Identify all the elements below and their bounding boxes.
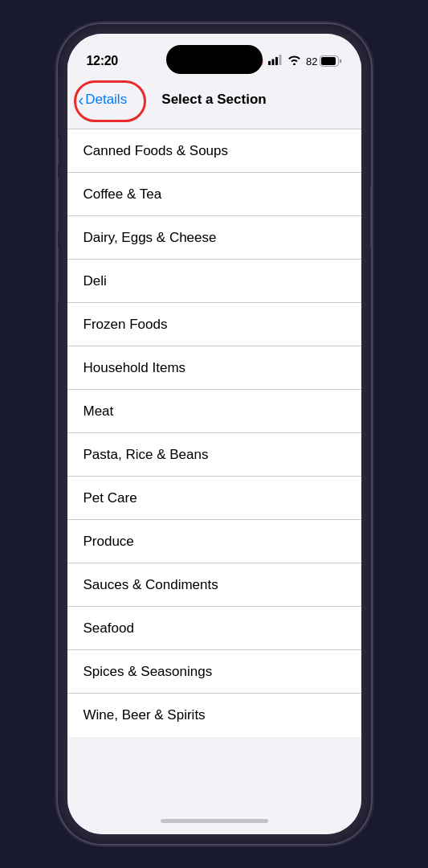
list-item-label-household: Household Items	[84, 360, 186, 376]
back-label[interactable]: Details	[85, 92, 127, 108]
list-item-label-produce: Produce	[84, 534, 134, 550]
svg-rect-2	[275, 57, 278, 65]
status-time: 12:20	[87, 54, 118, 68]
signal-icon	[268, 55, 283, 68]
list-item-label-dairy: Dairy, Eggs & Cheese	[84, 230, 217, 246]
list-item-deli[interactable]: Deli	[67, 260, 361, 303]
list-item-sauces[interactable]: Sauces & Condiments	[67, 563, 361, 607]
home-bar	[161, 819, 268, 823]
list-item-canned-foods[interactable]: Canned Foods & Soups	[67, 129, 361, 173]
list-item-label-deli: Deli	[84, 273, 107, 289]
section-list: Canned Foods & SoupsCoffee & TeaDairy, E…	[67, 129, 361, 737]
list-item-label-frozen-foods: Frozen Foods	[84, 317, 168, 333]
battery-level: 82	[306, 55, 317, 68]
dynamic-island	[166, 45, 263, 74]
list-item-label-seafood: Seafood	[84, 620, 134, 637]
list-item-pasta[interactable]: Pasta, Rice & Beans	[67, 433, 361, 477]
list-item-label-spices: Spices & Seasonings	[84, 664, 213, 680]
list-item-meat[interactable]: Meat	[67, 390, 361, 433]
list-item-wine[interactable]: Wine, Beer & Spirits	[67, 694, 361, 737]
home-indicator	[67, 807, 361, 834]
list-item-label-wine: Wine, Beer & Spirits	[84, 707, 206, 723]
power-button[interactable]	[370, 185, 371, 249]
svg-rect-1	[272, 59, 275, 66]
nav-title: Select a Section	[161, 92, 266, 108]
list-item-frozen-foods[interactable]: Frozen Foods	[67, 303, 361, 346]
list-item-label-sauces: Sauces & Condiments	[84, 577, 218, 593]
back-button[interactable]: ‹ Details	[79, 92, 128, 108]
status-icons: 🔕 82	[251, 55, 341, 68]
list-item-seafood[interactable]: Seafood	[67, 607, 361, 650]
list-item-label-canned-foods: Canned Foods & Soups	[84, 143, 229, 159]
volume-up-button[interactable]	[58, 177, 59, 233]
list-item-label-meat: Meat	[84, 403, 114, 420]
list-item-produce[interactable]: Produce	[67, 520, 361, 563]
mute-button[interactable]	[58, 137, 59, 166]
chevron-left-icon: ‹	[79, 92, 84, 108]
list-item-label-coffee-tea: Coffee & Tea	[84, 186, 162, 203]
svg-rect-0	[268, 61, 271, 65]
list-item-label-pet-care: Pet Care	[84, 490, 137, 506]
list-item-label-pasta: Pasta, Rice & Beans	[84, 447, 209, 463]
wifi-icon	[287, 55, 301, 68]
nav-header: ‹ Details Select a Section	[67, 77, 361, 122]
list-item-dairy[interactable]: Dairy, Eggs & Cheese	[67, 216, 361, 260]
svg-rect-3	[279, 55, 282, 65]
battery-icon: 82	[306, 55, 341, 68]
phone-frame: 12:20 🔕 82	[58, 24, 371, 844]
list-item-pet-care[interactable]: Pet Care	[67, 477, 361, 520]
list-item-spices[interactable]: Spices & Seasonings	[67, 650, 361, 694]
volume-down-button[interactable]	[58, 246, 59, 302]
list-item-household[interactable]: Household Items	[67, 346, 361, 390]
section-list-container: Canned Foods & SoupsCoffee & TeaDairy, E…	[67, 122, 361, 807]
svg-rect-5	[321, 57, 336, 65]
phone-screen: 12:20 🔕 82	[67, 34, 361, 834]
list-item-coffee-tea[interactable]: Coffee & Tea	[67, 173, 361, 216]
